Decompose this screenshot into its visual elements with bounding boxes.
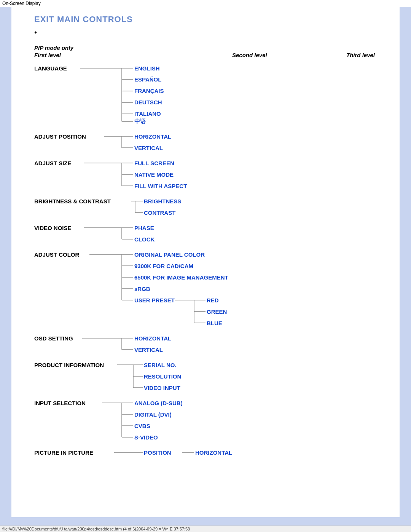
svg-text:FRANÇAIS: FRANÇAIS	[134, 88, 164, 94]
svg-text:DIGITAL (DVI): DIGITAL (DVI)	[134, 411, 172, 418]
svg-text:CLOCK: CLOCK	[134, 236, 155, 243]
level-third-header: Third level	[346, 52, 375, 58]
status-bar: file:///D|/My%20Documents/dfu/J taiwan/2…	[0, 526, 411, 532]
pip-header: PIP mode only	[34, 45, 388, 51]
svg-text:PHASE: PHASE	[134, 225, 154, 231]
svg-text:sRGB: sRGB	[134, 286, 150, 292]
svg-text:BRIGHTNESS & CONTRAST: BRIGHTNESS & CONTRAST	[34, 198, 111, 204]
svg-text:FILL WITH ASPECT: FILL WITH ASPECT	[134, 183, 187, 189]
svg-text:NATIVE MODE: NATIVE MODE	[134, 171, 174, 178]
title-bar-text: On-Screen Display	[2, 1, 41, 6]
svg-text:CVBS: CVBS	[134, 423, 150, 429]
svg-text:SERIAL NO.: SERIAL NO.	[144, 362, 177, 368]
status-bar-text: file:///D|/My%20Documents/dfu/J taiwan/2…	[2, 527, 190, 531]
svg-text:中语: 中语	[134, 118, 146, 125]
svg-text:ESPAÑOL: ESPAÑOL	[134, 76, 161, 83]
svg-text:VERTICAL: VERTICAL	[134, 347, 163, 353]
svg-text:BRIGHTNESS: BRIGHTNESS	[144, 198, 181, 204]
svg-text:BLUE: BLUE	[207, 320, 222, 326]
svg-text:RED: RED	[207, 297, 219, 304]
svg-text:CONTRAST: CONTRAST	[144, 209, 175, 216]
svg-text:6500K FOR IMAGE MANAGEMENT: 6500K FOR IMAGE MANAGEMENT	[134, 274, 228, 281]
svg-text:ENGLISH: ENGLISH	[134, 65, 160, 72]
svg-text:OSD SETTING: OSD SETTING	[34, 335, 73, 342]
level-first-header: First level	[34, 52, 148, 58]
svg-text:LANGUAGE: LANGUAGE	[34, 65, 67, 72]
svg-text:ANALOG (D-SUB): ANALOG (D-SUB)	[134, 400, 183, 406]
svg-text:VERTICAL: VERTICAL	[134, 145, 163, 151]
svg-text:ADJUST COLOR: ADJUST COLOR	[34, 251, 80, 258]
svg-text:HORIZONTAL: HORIZONTAL	[134, 133, 171, 140]
svg-text:PICTURE IN PICTURE: PICTURE IN PICTURE	[34, 449, 93, 456]
title-bar: On-Screen Display	[0, 0, 411, 7]
svg-text:S-VIDEO: S-VIDEO	[134, 434, 158, 441]
svg-text:HORIZONTAL: HORIZONTAL	[134, 335, 171, 342]
exit-title: EXIT MAIN CONTROLS	[34, 14, 388, 24]
main-content: EXIT MAIN CONTROLS • PIP mode only First…	[11, 7, 400, 517]
level-headers: First level Second level Third level	[34, 52, 388, 58]
svg-text:VIDEO NOISE: VIDEO NOISE	[34, 225, 72, 231]
svg-text:PRODUCT INFORMATION: PRODUCT INFORMATION	[34, 362, 104, 368]
svg-text:ADJUST POSITION: ADJUST POSITION	[34, 133, 86, 140]
bullet-point: •	[34, 28, 388, 37]
level-second-header: Second level	[232, 52, 316, 58]
svg-text:USER PRESET: USER PRESET	[134, 297, 175, 304]
menu-tree-svg: .fl { font: bold 15px Arial, sans-serif;…	[34, 64, 346, 463]
svg-text:9300K FOR CAD/CAM: 9300K FOR CAD/CAM	[134, 263, 193, 269]
svg-text:FULL SCREEN: FULL SCREEN	[134, 160, 174, 166]
svg-text:GREEN: GREEN	[207, 308, 227, 315]
svg-text:RESOLUTION: RESOLUTION	[144, 373, 181, 380]
svg-text:POSITION: POSITION	[144, 449, 171, 456]
svg-text:INPUT SELECTION: INPUT SELECTION	[34, 400, 86, 406]
svg-text:HORIZONTAL: HORIZONTAL	[195, 449, 232, 456]
svg-text:DEUTSCH: DEUTSCH	[134, 99, 162, 105]
svg-text:ADJUST SIZE: ADJUST SIZE	[34, 160, 72, 166]
svg-text:ORIGINAL PANEL COLOR: ORIGINAL PANEL COLOR	[134, 251, 205, 258]
svg-text:VIDEO INPUT: VIDEO INPUT	[144, 385, 180, 391]
svg-text:ITALIANO: ITALIANO	[134, 110, 161, 117]
